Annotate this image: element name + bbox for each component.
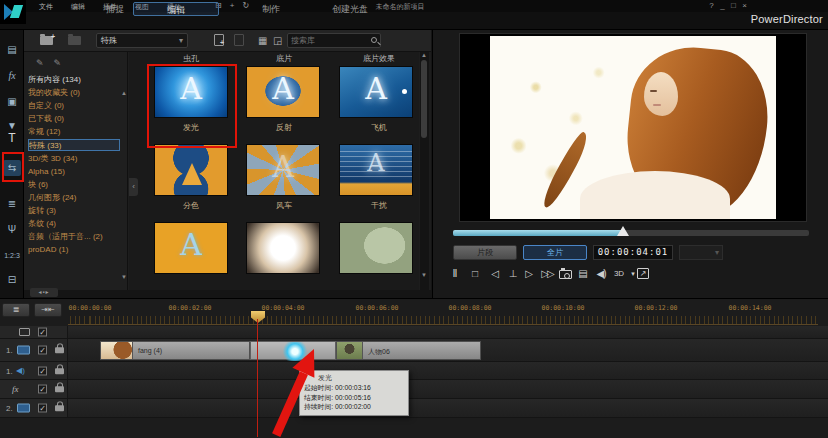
transition-label[interactable]: 底片 bbox=[244, 53, 324, 64]
fx-room-icon[interactable]: fx bbox=[3, 68, 21, 84]
pause-button[interactable]: Ⅱ bbox=[445, 266, 465, 282]
seek-bar-thumb[interactable] bbox=[617, 226, 629, 236]
select-all-checkbox[interactable]: ✓ bbox=[38, 328, 47, 337]
media-room-icon[interactable]: ▤ bbox=[3, 42, 21, 58]
scroll-up-icon[interactable]: ▲ bbox=[121, 90, 127, 96]
title-room-icon[interactable]: T bbox=[3, 130, 21, 146]
panel-resize-handle[interactable]: ◂▪▸ bbox=[30, 288, 58, 297]
portrait-face bbox=[644, 72, 678, 116]
track-number: 2. bbox=[6, 404, 13, 413]
lock-icon[interactable] bbox=[55, 386, 64, 392]
transition-label[interactable]: 虫孔 bbox=[151, 53, 231, 64]
category-filter-dropdown[interactable]: 特殊▾ bbox=[96, 33, 188, 48]
snapshot-camera-icon[interactable] bbox=[559, 270, 572, 279]
transition-thumb-partial-3[interactable] bbox=[339, 222, 413, 274]
transition-thumb-colorsep[interactable] bbox=[154, 144, 228, 196]
category-alpha[interactable]: Alpha (15) bbox=[28, 166, 120, 178]
close-button[interactable]: × bbox=[739, 1, 750, 10]
stop-button[interactable]: □ bbox=[465, 266, 485, 282]
clip-thumbnail bbox=[101, 342, 133, 359]
transition-thumb-pinwheel[interactable]: A bbox=[246, 144, 320, 196]
clip-label: fang (4) bbox=[138, 347, 162, 354]
import-media-icon[interactable]: + bbox=[40, 36, 53, 45]
thumbnail-view-icon[interactable]: ▦ bbox=[258, 35, 267, 46]
effect-track[interactable]: fx ✓ bbox=[0, 380, 828, 399]
timeline-ruler[interactable] bbox=[68, 316, 818, 325]
fast-forward-button[interactable]: ▷▷ bbox=[537, 266, 557, 282]
transition-label[interactable]: 反射 bbox=[244, 122, 324, 133]
category-favorites[interactable]: 我的收藏夹 (0) bbox=[28, 87, 120, 99]
tab-create-disc[interactable]: 创建光盘 bbox=[310, 2, 390, 16]
snapshot-settings-icon[interactable]: ▤ bbox=[573, 266, 593, 282]
track-manager-button[interactable]: ≣ bbox=[2, 303, 30, 317]
transition-label[interactable]: 干扰 bbox=[339, 200, 419, 211]
transition-thumb-plane[interactable]: A bbox=[339, 66, 413, 118]
volume-icon[interactable]: ◀) bbox=[591, 266, 611, 282]
fit-timeline-button[interactable]: ⇥⇤ bbox=[34, 303, 62, 317]
transition-label[interactable]: 飞机 bbox=[339, 122, 419, 133]
tab-produce[interactable]: 制作 bbox=[238, 2, 304, 16]
subtitle-room-icon[interactable]: ⊟ bbox=[3, 272, 21, 288]
timeline-clip-2[interactable]: 人物06 bbox=[336, 341, 481, 360]
category-downloaded[interactable]: 已下载 (0) bbox=[28, 113, 120, 125]
category-block[interactable]: 块 (6) bbox=[28, 179, 120, 191]
tag-icon[interactable]: ✎ bbox=[54, 58, 72, 68]
transition-thumb-noise[interactable]: A bbox=[339, 144, 413, 196]
transition-thumb-partial-2[interactable] bbox=[246, 222, 320, 274]
track-enable-checkbox[interactable]: ✓ bbox=[38, 385, 47, 394]
transition-label[interactable]: 风车 bbox=[244, 200, 324, 211]
category-scrollbar[interactable]: ▲ ▼ bbox=[120, 52, 128, 290]
scroll-up-icon[interactable]: ▲ bbox=[421, 52, 427, 58]
video-track-1[interactable]: 1. ✓ fang (4) 人物06 bbox=[0, 339, 828, 362]
transition-thumb-reflect[interactable]: A bbox=[246, 66, 320, 118]
movie-mode-button[interactable]: 全片 bbox=[523, 245, 587, 260]
next-frame-button[interactable]: ▷ bbox=[519, 266, 539, 282]
app-logo-icon bbox=[0, 0, 26, 24]
tab-edit[interactable]: 编辑 bbox=[133, 2, 219, 16]
tag-add-icon[interactable]: ✎ bbox=[36, 58, 54, 68]
minimize-button[interactable]: _ bbox=[717, 1, 728, 10]
scrollbar-thumb[interactable] bbox=[421, 60, 427, 138]
transition-label[interactable]: 底片效果 bbox=[339, 53, 419, 64]
category-stripe[interactable]: 条纹 (4) bbox=[28, 218, 120, 230]
resize-thumbnail-icon[interactable]: ◲ bbox=[273, 35, 282, 46]
prev-frame-button[interactable]: ◁ bbox=[485, 266, 505, 282]
grid-scrollbar[interactable]: ▲ ▼ bbox=[420, 52, 429, 290]
category-3d[interactable]: 3D/类 3D (34) bbox=[28, 153, 120, 165]
timeline-clip-1[interactable]: fang (4) bbox=[100, 341, 250, 360]
transition-label[interactable]: 分色 bbox=[151, 200, 231, 211]
lock-icon[interactable] bbox=[55, 368, 64, 374]
category-geometry[interactable]: 几何图形 (24) bbox=[28, 192, 120, 204]
collapse-category-button[interactable]: ‹ bbox=[129, 178, 138, 196]
segment-mode-button[interactable]: 片段 bbox=[453, 245, 517, 260]
share-export-icon[interactable]: ↗ bbox=[637, 268, 649, 279]
category-special[interactable]: 特殊 (33) bbox=[28, 139, 120, 151]
track-enable-checkbox[interactable]: ✓ bbox=[38, 366, 47, 375]
preview-timecode: 00:00:04:01 bbox=[593, 245, 673, 260]
category-audio[interactable]: 音频（适用于音... (2) bbox=[28, 231, 120, 243]
audio-track-1[interactable]: 1. ◀) ✓ bbox=[0, 362, 828, 380]
category-all[interactable]: 所有内容 (134) bbox=[28, 74, 120, 86]
pip-room-icon[interactable]: ▣ bbox=[3, 94, 21, 110]
voice-record-room-icon[interactable]: Ψ bbox=[3, 222, 21, 238]
track-enable-checkbox[interactable]: ✓ bbox=[38, 346, 47, 355]
category-rotate[interactable]: 旋转 (3) bbox=[28, 205, 120, 217]
search-input[interactable] bbox=[288, 34, 366, 47]
category-custom[interactable]: 自定义 (0) bbox=[28, 100, 120, 112]
track-enable-checkbox[interactable]: ✓ bbox=[38, 404, 47, 413]
help-button[interactable]: ? bbox=[706, 1, 717, 10]
video-track-2[interactable]: 2. ✓ bbox=[0, 399, 828, 418]
lock-icon[interactable] bbox=[55, 405, 64, 411]
mixer-room-icon[interactable]: ≣ bbox=[3, 196, 21, 212]
transition-thumb-partial-1[interactable]: A bbox=[154, 222, 228, 274]
maximize-button[interactable]: □ bbox=[728, 1, 739, 10]
chapter-room-icon[interactable]: 1:2:3 bbox=[3, 248, 21, 264]
scroll-down-icon[interactable]: ▼ bbox=[121, 274, 127, 280]
new-template-icon[interactable]: + bbox=[214, 34, 224, 46]
search-icon[interactable] bbox=[371, 37, 377, 43]
category-prodad[interactable]: proDAD (1) bbox=[28, 244, 120, 256]
tooltip-key: 结束时间: bbox=[304, 394, 333, 401]
category-general[interactable]: 常规 (12) bbox=[28, 126, 120, 138]
scroll-down-icon[interactable]: ▼ bbox=[421, 272, 427, 278]
lock-icon[interactable] bbox=[55, 347, 64, 353]
